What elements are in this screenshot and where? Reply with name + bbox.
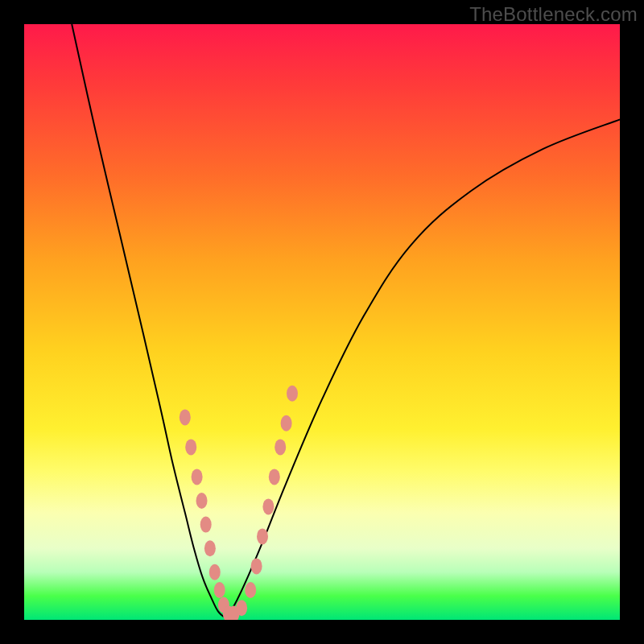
data-marker [185,439,196,455]
data-marker [287,386,298,402]
data-marker [209,564,221,580]
data-marker [257,528,268,544]
data-marker [262,498,274,514]
data-marker [196,493,208,509]
plot-svg [24,24,620,620]
data-marker [269,469,280,485]
data-marker [192,469,203,485]
marker-group [180,386,298,620]
data-marker [204,540,216,556]
data-marker [180,409,191,425]
data-marker [281,415,292,431]
chart-canvas: TheBottleneck.com [0,0,644,644]
curve-right-curve [224,119,620,617]
data-marker [245,582,256,598]
data-marker [275,439,286,455]
plot-area [24,24,620,620]
watermark-text: TheBottleneck.com [469,3,638,26]
data-marker [251,558,262,574]
data-marker [236,600,247,616]
data-marker [214,582,225,598]
data-marker [200,517,212,533]
curve-group [72,24,620,617]
